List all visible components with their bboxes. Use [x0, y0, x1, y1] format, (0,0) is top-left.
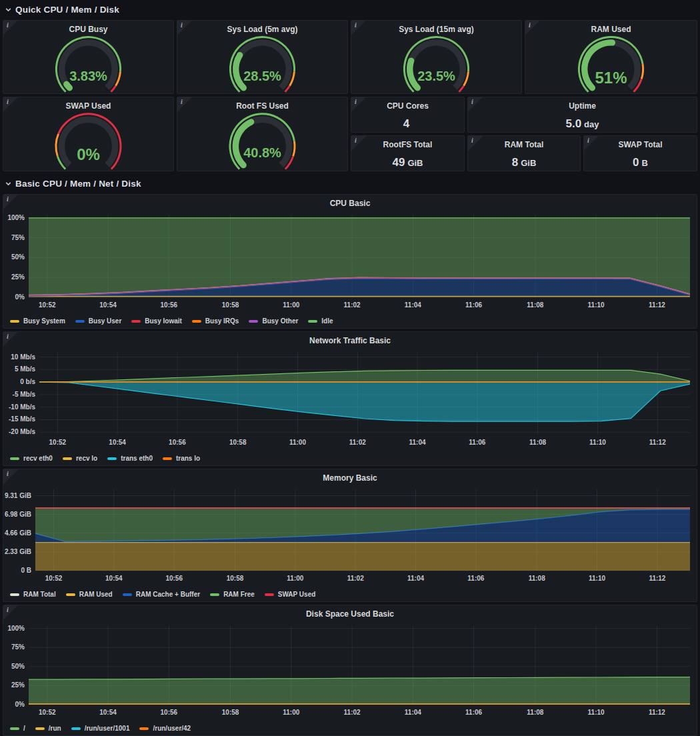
panel-sys-load-15m: i Sys Load (15m avg) 23.5% [351, 20, 522, 94]
legend-item[interactable]: /run [35, 725, 61, 732]
legend-item[interactable]: / [10, 725, 25, 732]
panel-info-corner[interactable]: i [3, 21, 18, 35]
section-header-basic[interactable]: Basic CPU / Mem / Net / Disk [0, 174, 700, 193]
section-header-quick[interactable]: Quick CPU / Mem / Disk [0, 0, 700, 19]
legend-label: RAM Free [223, 591, 255, 598]
x-tick-label: 10:56 [165, 575, 183, 582]
panel-title[interactable]: Uptime [468, 101, 697, 111]
x-tick-label: 11:08 [527, 709, 543, 716]
panel-ram-used: i RAM Used 51% [525, 20, 697, 94]
panel-title[interactable]: RAM Used [525, 25, 697, 34]
y-tick-label: 50% [11, 663, 25, 670]
legend-swatch-icon [10, 457, 19, 460]
x-tick-label: 11:04 [405, 301, 421, 309]
y-tick-label: -15 Mb/s [9, 415, 35, 423]
stat-value: 49 [392, 156, 405, 169]
panel-title[interactable]: CPU Basic [3, 199, 697, 208]
panel-title[interactable]: CPU Busy [3, 25, 173, 34]
panel-info-corner[interactable]: i [468, 97, 483, 112]
info-icon: i [7, 195, 9, 203]
panel-title[interactable]: SWAP Total [584, 140, 697, 149]
panel-root-fs-used: i Root FS Used 40.8% [177, 97, 348, 171]
legend-label: /run/user/42 [153, 725, 191, 732]
y-tick-label: 0 B [21, 567, 31, 574]
disk-space-used-basic-chart[interactable]: 100%75%50%25%0%10:5210:5410:5610:5811:00… [3, 605, 697, 735]
legend-item[interactable]: /run/user/42 [139, 725, 191, 732]
panel-info-corner[interactable]: i [3, 97, 18, 112]
legend-item[interactable]: /run/user/1001 [71, 725, 130, 732]
y-tick-label: 0% [15, 293, 25, 301]
info-icon: i [529, 21, 531, 29]
legend-item[interactable]: trans eth0 [107, 455, 153, 462]
legend-item[interactable]: Busy IRQs [192, 317, 239, 325]
info-icon: i [355, 98, 357, 105]
panel-title[interactable]: Network Traffic Basic [3, 336, 697, 345]
cpu-basic-chart[interactable]: 100%75%50%25%0%10:5210:5410:5610:5811:00… [3, 195, 697, 328]
legend-item[interactable]: recv lo [63, 455, 97, 462]
legend-label: / [23, 725, 25, 732]
network-traffic-basic-chart[interactable]: 10 Mb/s5 Mb/s0 b/s-5 Mb/s-10 Mb/s-15 Mb/… [3, 332, 697, 465]
panel-sys-load-5m: i Sys Load (5m avg) 28.5% [177, 20, 348, 94]
panel-info-corner[interactable]: i [351, 21, 366, 35]
legend-item[interactable]: SWAP Used [265, 591, 316, 598]
gauge-value: 28.5% [177, 69, 347, 84]
panel-info-corner[interactable]: i [351, 97, 366, 112]
stat-unit: GiB [521, 158, 536, 168]
x-tick-label: 10:54 [99, 301, 117, 309]
legend-swatch-icon [66, 593, 75, 596]
legend-swatch-icon [35, 727, 45, 730]
panel-swap-total: i SWAP Total 0B [583, 135, 697, 171]
legend-item[interactable]: Busy Iowait [131, 317, 182, 325]
panel-title[interactable]: Root FS Used [177, 101, 347, 111]
info-icon: i [7, 333, 9, 340]
panel-info-corner[interactable]: i [351, 136, 366, 151]
panel-info-corner[interactable]: i [3, 195, 18, 209]
panel-memory-basic: i Memory Basic 9.31 GiB6.98 GiB4.66 GiB2… [3, 469, 697, 602]
legend-item[interactable]: Busy System [10, 317, 65, 325]
panel-swap-used: i SWAP Used 0% [3, 97, 174, 171]
legend-item[interactable]: RAM Total [10, 591, 56, 598]
legend-label: RAM Cache + Buffer [136, 591, 200, 598]
panel-title[interactable]: Memory Basic [3, 473, 697, 483]
legend-item[interactable]: RAM Free [210, 591, 255, 598]
panel-title[interactable]: RAM Total [468, 140, 580, 149]
panel-info-corner[interactable]: i [3, 332, 18, 347]
panel-rootfs-total: i RootFS Total 49GiB [351, 135, 465, 171]
legend-item[interactable]: RAM Cache + Buffer [123, 591, 200, 598]
panel-info-corner[interactable]: i [468, 136, 483, 151]
x-tick-label: 11:12 [649, 709, 665, 716]
legend-item[interactable]: Busy User [75, 317, 121, 325]
panel-info-corner[interactable]: i [177, 97, 192, 112]
x-tick-label: 11:10 [589, 575, 605, 582]
legend-item[interactable]: recv eth0 [10, 455, 53, 462]
memory-basic-chart[interactable]: 9.31 GiB6.98 GiB4.66 GiB2.33 GiB0 B10:52… [3, 469, 697, 601]
info-icon: i [471, 137, 473, 144]
panel-title[interactable]: Disk Space Used Basic [3, 609, 697, 619]
panel-title[interactable]: CPU Cores [351, 101, 464, 111]
legend-swatch-icon [265, 593, 274, 596]
chart-legend: recv eth0recv lotrans eth0trans lo [10, 455, 200, 462]
panel-info-corner[interactable]: i [584, 136, 599, 151]
panel-title[interactable]: Sys Load (15m avg) [351, 25, 521, 34]
legend-item[interactable]: Idle [308, 317, 333, 325]
legend-item[interactable]: trans lo [163, 455, 200, 462]
panel-info-corner[interactable]: i [3, 605, 18, 620]
stat-unit: GiB [407, 158, 423, 168]
info-icon: i [181, 21, 183, 29]
x-tick-label: 10:54 [105, 575, 123, 582]
panel-title[interactable]: Sys Load (5m avg) [177, 25, 347, 34]
legend-label: trans eth0 [121, 455, 153, 462]
panel-info-corner[interactable]: i [177, 21, 192, 35]
panel-info-corner[interactable]: i [3, 469, 18, 484]
x-tick-label: 11:02 [344, 301, 361, 309]
x-tick-label: 11:12 [649, 439, 666, 446]
panel-info-corner[interactable]: i [525, 21, 540, 35]
gauge-value: 23.5% [351, 69, 521, 84]
x-tick-label: 11:04 [405, 709, 421, 716]
y-tick-label: -5 Mb/s [13, 391, 35, 398]
panel-title[interactable]: SWAP Used [3, 101, 173, 111]
panel-title[interactable]: RootFS Total [351, 140, 464, 149]
legend-label: RAM Total [23, 591, 56, 598]
legend-item[interactable]: RAM Used [66, 591, 113, 598]
legend-item[interactable]: Busy Other [249, 317, 298, 325]
